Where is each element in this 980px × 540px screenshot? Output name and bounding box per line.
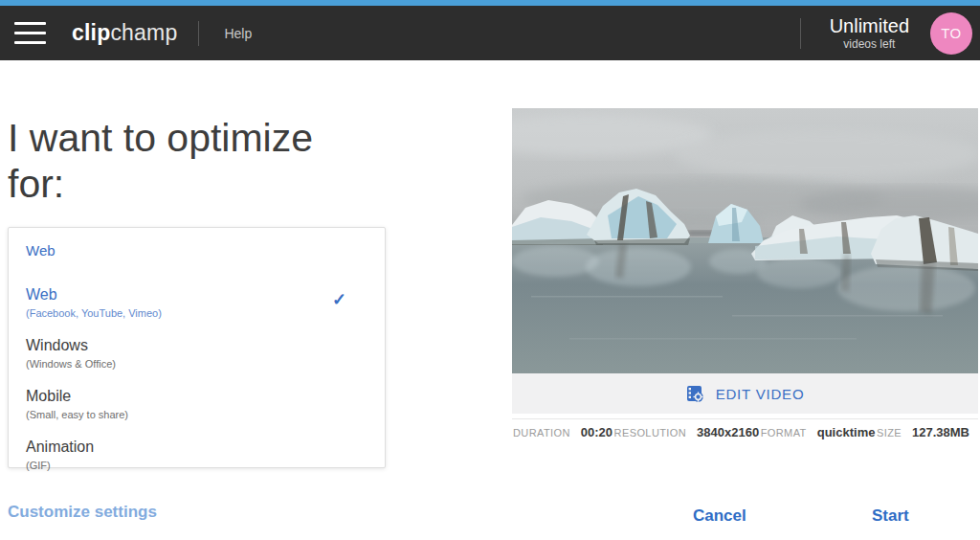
option-label: Animation [26, 438, 368, 456]
metadata-resolution: RESOLUTION 3840x2160 [614, 425, 760, 439]
customize-settings-link[interactable]: Customize settings [8, 503, 157, 522]
metadata-value: 3840x2160 [697, 425, 759, 439]
option-animation[interactable]: Animation (GIF) [26, 434, 368, 477]
option-label: Mobile [26, 387, 368, 405]
option-sublabel: (Small, easy to share) [26, 408, 368, 421]
metadata-label: DURATION [513, 427, 570, 439]
header-divider-right [800, 18, 801, 49]
selected-option-label[interactable]: Web [26, 242, 368, 259]
optimize-dropdown-panel: Web Web (Facebook, YouTube, Vimeo) ✓ Win… [8, 227, 386, 468]
metadata-label: SIZE [877, 427, 902, 439]
video-metadata: DURATION 00:20 RESOLUTION 3840x2160 FORM… [513, 425, 969, 439]
page-title: I want to optimize for: [8, 115, 371, 207]
app-header: clipchamp Help Unlimited videos left TO [0, 6, 980, 60]
help-link[interactable]: Help [224, 26, 252, 41]
option-sublabel: (Windows & Office) [26, 357, 368, 371]
plan-status: Unlimited videos left [830, 15, 909, 51]
option-sublabel: (Facebook, YouTube, Vimeo) [26, 306, 368, 320]
logo-regular-part: champ [110, 20, 177, 45]
option-label: Web [26, 285, 368, 304]
plan-title: Unlimited [830, 15, 909, 37]
metadata-duration: DURATION 00:20 [513, 425, 612, 439]
video-thumbnail [512, 108, 978, 373]
metadata-divider [512, 418, 978, 419]
video-preview-card: EDIT VIDEO [512, 108, 978, 414]
option-sublabel: (GIF) [26, 459, 368, 472]
edit-video-button[interactable]: EDIT VIDEO [512, 373, 978, 414]
metadata-label: FORMAT [761, 427, 807, 439]
option-windows[interactable]: Windows (Windows & Office) [26, 332, 368, 375]
cancel-button[interactable]: Cancel [693, 506, 746, 526]
plan-subtitle: videos left [830, 37, 909, 51]
clipchamp-logo[interactable]: clipchamp [72, 20, 177, 46]
checkmark-icon: ✓ [332, 289, 346, 310]
start-button[interactable]: Start [872, 506, 909, 526]
logo-bold-part: clip [72, 20, 110, 45]
metadata-value: quicktime [817, 425, 876, 439]
metadata-value: 00:20 [581, 425, 612, 439]
header-divider [198, 21, 199, 46]
edit-video-icon [686, 385, 704, 403]
metadata-format: FORMAT quicktime [761, 425, 876, 439]
option-label: Windows [26, 336, 368, 354]
metadata-label: RESOLUTION [614, 427, 687, 439]
metadata-size: SIZE 127.38MB [877, 425, 969, 439]
option-web[interactable]: Web (Facebook, YouTube, Vimeo) ✓ [26, 281, 368, 325]
edit-video-label: EDIT VIDEO [716, 386, 805, 402]
avatar[interactable]: TO [930, 12, 972, 55]
metadata-value: 127.38MB [912, 425, 969, 439]
option-mobile[interactable]: Mobile (Small, easy to share) [26, 383, 368, 426]
menu-icon[interactable] [14, 22, 46, 44]
